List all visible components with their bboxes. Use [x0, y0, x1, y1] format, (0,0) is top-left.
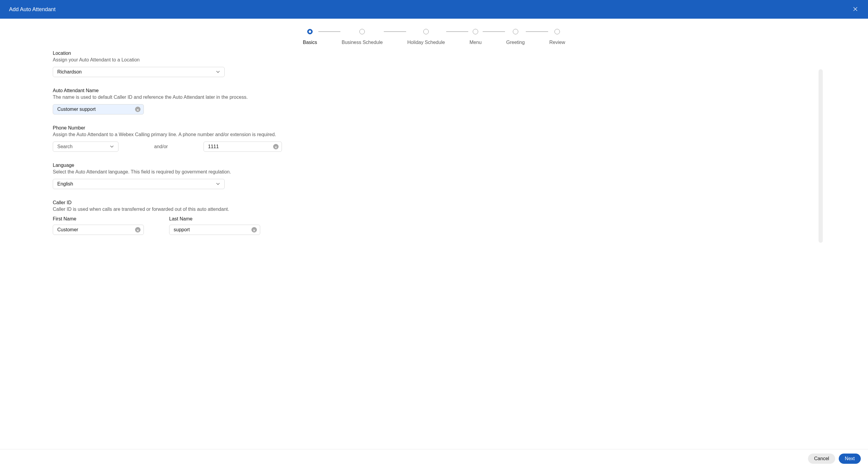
step-holiday-schedule[interactable]: Holiday Schedule	[407, 29, 445, 45]
last-name-input[interactable]	[174, 227, 251, 233]
step-dot-icon	[423, 29, 429, 34]
step-label: Menu	[469, 40, 482, 45]
close-icon	[136, 107, 139, 112]
step-dot-icon	[473, 29, 478, 34]
step-label: Greeting	[506, 40, 525, 45]
step-dot-icon	[307, 29, 313, 34]
chevron-down-icon	[216, 70, 220, 73]
location-select[interactable]: Richardson	[53, 67, 225, 77]
phone-help: Assign the Auto Attendant to a Webex Cal…	[53, 132, 408, 137]
step-business-schedule[interactable]: Business Schedule	[342, 29, 382, 45]
close-icon	[253, 227, 255, 233]
callerid-block: Caller ID Caller ID is used when calls a…	[53, 200, 408, 235]
step-dot-icon	[360, 29, 365, 34]
step-connector	[483, 31, 505, 32]
name-help: The name is used to default Caller ID an…	[53, 95, 408, 100]
first-name-input[interactable]	[57, 227, 135, 233]
callerid-label: Caller ID	[53, 200, 408, 205]
callerid-help: Caller ID is used when calls are transfe…	[53, 207, 408, 212]
last-name-input-wrap	[169, 225, 260, 235]
modal-footer: Cancel Next	[0, 449, 868, 468]
step-menu[interactable]: Menu	[469, 29, 482, 45]
close-icon	[853, 7, 858, 12]
step-label: Holiday Schedule	[407, 40, 445, 45]
and-or-label: and/or	[119, 144, 204, 149]
first-name-input-wrap	[53, 225, 144, 235]
last-name-label: Last Name	[169, 216, 260, 222]
location-help: Assign your Auto Attendant to a Location	[53, 57, 408, 63]
step-connector	[384, 31, 406, 32]
chevron-down-icon	[110, 145, 114, 148]
step-label: Basics	[303, 40, 317, 45]
phone-number-placeholder: Search	[57, 144, 110, 149]
step-dot-icon	[554, 29, 560, 34]
extension-input[interactable]	[208, 144, 273, 149]
chevron-down-icon	[216, 182, 220, 186]
modal-title: Add Auto Attendant	[9, 6, 852, 13]
clear-button[interactable]	[135, 107, 141, 112]
step-label: Review	[549, 40, 565, 45]
phone-label: Phone Number	[53, 125, 408, 131]
form-body: Location Assign your Auto Attendant to a…	[53, 47, 408, 258]
name-input-wrap	[53, 104, 144, 114]
step-connector	[526, 31, 548, 32]
close-button[interactable]	[852, 6, 859, 13]
extension-input-wrap	[204, 141, 282, 152]
name-label: Auto Attendant Name	[53, 88, 408, 93]
language-select-value: English	[57, 181, 216, 187]
content-area: Basics Business Schedule Holiday Schedul…	[0, 19, 868, 449]
language-label: Language	[53, 163, 408, 168]
step-connector	[446, 31, 468, 32]
language-help: Select the Auto Attendant language. This…	[53, 169, 408, 175]
step-basics[interactable]: Basics	[303, 29, 317, 45]
location-label: Location	[53, 51, 408, 56]
close-icon	[275, 144, 277, 149]
scrollbar[interactable]	[818, 69, 823, 243]
next-button[interactable]: Next	[839, 454, 861, 464]
name-block: Auto Attendant Name The name is used to …	[53, 88, 408, 114]
step-label: Business Schedule	[342, 40, 382, 45]
close-icon	[136, 227, 139, 233]
cancel-button[interactable]: Cancel	[808, 454, 835, 464]
step-connector	[318, 31, 341, 32]
phone-number-select[interactable]: Search	[53, 141, 119, 152]
modal-header: Add Auto Attendant	[0, 0, 868, 19]
clear-button[interactable]	[135, 227, 141, 233]
first-name-label: First Name	[53, 216, 144, 222]
step-review[interactable]: Review	[549, 29, 565, 45]
location-block: Location Assign your Auto Attendant to a…	[53, 51, 408, 77]
clear-button[interactable]	[251, 227, 257, 233]
language-block: Language Select the Auto Attendant langu…	[53, 163, 408, 189]
clear-button[interactable]	[273, 144, 279, 149]
stepper: Basics Business Schedule Holiday Schedul…	[0, 19, 868, 47]
language-select[interactable]: English	[53, 179, 225, 189]
step-greeting[interactable]: Greeting	[506, 29, 525, 45]
phone-block: Phone Number Assign the Auto Attendant t…	[53, 125, 408, 152]
location-select-value: Richardson	[57, 69, 216, 75]
name-input[interactable]	[57, 107, 135, 112]
step-dot-icon	[513, 29, 518, 34]
